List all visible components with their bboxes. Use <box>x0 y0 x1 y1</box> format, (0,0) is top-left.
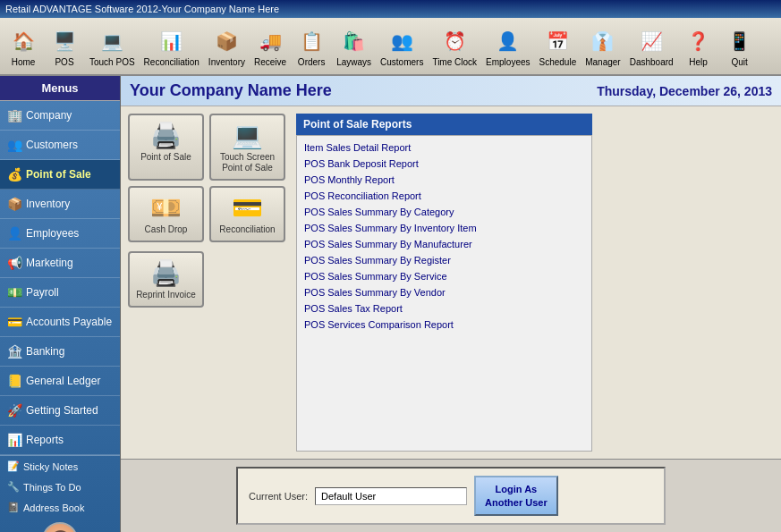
toolbar-item-pos[interactable]: 🖥️ POS <box>45 23 84 69</box>
toolbar-item-receive[interactable]: 🚚 Receive <box>250 23 290 69</box>
cashdrop-button[interactable]: 💴 Cash Drop <box>128 186 204 242</box>
login-button[interactable]: Login AsAnother User <box>474 476 558 516</box>
toolbar-item-touchpos[interactable]: 💻 Touch POS <box>86 23 139 69</box>
report-item-9[interactable]: POS Sales Summary By Vendor <box>297 284 591 300</box>
setup-panel <box>599 114 774 452</box>
home-toolbar-icon: 🏠 <box>7 25 39 57</box>
toolbar-item-customers[interactable]: 👥 Customers <box>377 23 427 69</box>
pointofsale-sidebar-label: Point of Sale <box>26 168 91 181</box>
orders-toolbar-label: Orders <box>298 57 326 67</box>
sidebar-bottom: 📝 Sticky Notes 🔧 Things To Do 📓 Address … <box>0 455 120 532</box>
icon-row-1: 🖨️ Point of Sale 💻 Touch Screen Point of… <box>128 114 289 181</box>
cashdrop-label: Cash Drop <box>135 224 197 235</box>
toolbar-item-timeclock[interactable]: ⏰ Time Clock <box>429 23 480 69</box>
pos-button[interactable]: 🖨️ Point of Sale <box>128 114 204 181</box>
toolbar-item-help[interactable]: ❓ Help <box>679 23 718 69</box>
toolbar-item-home[interactable]: 🏠 Home <box>4 23 43 69</box>
timeclock-toolbar-label: Time Clock <box>432 57 477 67</box>
reprint-button[interactable]: 🖨️ Reprint Invoice <box>128 251 204 308</box>
receive-toolbar-icon: 🚚 <box>254 25 286 57</box>
customers-sidebar-icon: 👥 <box>7 138 22 152</box>
toolbar-item-manager[interactable]: 👔 Manager <box>582 23 624 69</box>
stickynotes-bottom-icon: 📝 <box>7 460 20 472</box>
reconciliation-label: Reconciliation <box>216 224 278 235</box>
icon-row-2: 💴 Cash Drop 💳 Reconciliation <box>128 186 289 242</box>
inventory-sidebar-label: Inventory <box>26 198 70 210</box>
sidebar-item-employees[interactable]: 👤 Employees <box>0 219 120 249</box>
layways-toolbar-icon: 🛍️ <box>338 25 370 57</box>
toolbar-item-layways[interactable]: 🛍️ Layways <box>333 23 375 69</box>
toolbar-item-schedule[interactable]: 📅 Schedule <box>536 23 581 69</box>
company-sidebar-icon: 🏢 <box>7 108 22 122</box>
employees-sidebar-label: Employees <box>26 227 79 240</box>
touchscreen-button[interactable]: 💻 Touch Screen Point of Sale <box>209 114 285 181</box>
sidebar-item-marketing[interactable]: 📢 Marketing <box>0 249 120 278</box>
sidebar-header: Menus <box>0 76 120 101</box>
touchscreen-label: Touch Screen Point of Sale <box>216 152 278 173</box>
sidebar-item-payroll[interactable]: 💵 Payroll <box>0 278 120 308</box>
report-item-4[interactable]: POS Sales Summary By Category <box>297 204 591 220</box>
report-item-1[interactable]: POS Bank Deposit Report <box>297 156 591 172</box>
report-item-11[interactable]: POS Services Comparison Report <box>297 317 591 333</box>
pos-icon: 🖨️ <box>135 121 197 150</box>
reconciliation-button[interactable]: 💳 Reconciliation <box>209 186 285 242</box>
sidebar-item-pointofsale[interactable]: 💰 Point of Sale <box>0 160 120 190</box>
reprint-icon: 🖨️ <box>135 258 197 288</box>
current-user-input[interactable] <box>315 487 467 505</box>
report-item-2[interactable]: POS Monthly Report <box>297 172 591 188</box>
content-header: Your Company Name Here Thursday, Decembe… <box>121 76 781 106</box>
cashdrop-icon: 💴 <box>135 193 197 223</box>
reprint-label: Reprint Invoice <box>135 290 197 300</box>
inventory-sidebar-icon: 📦 <box>7 197 22 211</box>
company-title: Your Company Name Here <box>130 81 332 100</box>
bottom-bar: Current User: Login AsAnother User <box>121 459 781 532</box>
todo-bottom-label: Things To Do <box>23 482 81 493</box>
report-item-0[interactable]: Item Sales Detail Report <box>297 139 591 156</box>
sidebar-item-banking[interactable]: 🏦 Banking <box>0 337 120 367</box>
support-avatar: 👩 <box>42 522 78 532</box>
stickynotes-bottom-label: Sticky Notes <box>23 461 78 472</box>
toolbar-item-orders[interactable]: 📋 Orders <box>292 23 331 69</box>
sidebar-bottom-item-addressbook[interactable]: 📓 Address Book <box>0 497 120 518</box>
sidebar-item-reports[interactable]: 📊 Reports <box>0 426 120 455</box>
touchpos-toolbar-icon: 💻 <box>96 25 128 57</box>
title-bar: Retail ADVANTAGE Software 2012-Your Comp… <box>0 0 781 18</box>
report-item-8[interactable]: POS Sales Summary By Service <box>297 268 591 284</box>
generalledger-sidebar-label: General Ledger <box>26 375 100 387</box>
report-item-6[interactable]: POS Sales Summary By Manufacturer <box>297 236 591 252</box>
generalledger-sidebar-icon: 📒 <box>7 374 22 388</box>
addressbook-bottom-label: Address Book <box>23 502 84 513</box>
toolbar-item-dashboard[interactable]: 📈 Dashboard <box>626 23 677 69</box>
pos-label: Point of Sale <box>135 152 197 163</box>
timeclock-toolbar-icon: ⏰ <box>438 25 471 57</box>
report-item-7[interactable]: POS Sales Summary By Register <box>297 252 591 268</box>
support-area[interactable]: 👩 Support <box>0 518 120 532</box>
toolbar-item-quit[interactable]: 📱 Quit <box>720 23 760 69</box>
toolbar-item-employees[interactable]: 👤 Employees <box>482 23 533 69</box>
customers-toolbar-label: Customers <box>380 57 423 67</box>
report-item-3[interactable]: POS Reconciliation Report <box>297 188 591 204</box>
sidebar-item-generalledger[interactable]: 📒 General Ledger <box>0 367 120 396</box>
sidebar-bottom-item-todo[interactable]: 🔧 Things To Do <box>0 477 120 497</box>
quit-toolbar-label: Quit <box>731 57 747 67</box>
report-item-10[interactable]: POS Sales Tax Report <box>297 300 591 317</box>
sidebar-item-customers[interactable]: 👥 Customers <box>0 131 120 160</box>
report-item-5[interactable]: POS Sales Summary By Inventory Item <box>297 220 591 236</box>
sidebar: Menus 🏢 Company 👥 Customers 💰 Point of S… <box>0 76 121 532</box>
banking-sidebar-icon: 🏦 <box>7 344 22 359</box>
sidebar-bottom-item-stickynotes[interactable]: 📝 Sticky Notes <box>0 456 120 477</box>
reconciliation-toolbar-icon: 📊 <box>156 25 188 57</box>
toolbar-item-inventory[interactable]: 📦 Inventory <box>205 23 249 69</box>
sidebar-item-inventory[interactable]: 📦 Inventory <box>0 190 120 219</box>
toolbar-item-reconciliation[interactable]: 📊 Reconciliation <box>140 23 203 69</box>
sidebar-item-gettingstarted[interactable]: 🚀 Getting Started <box>0 396 120 426</box>
title-text: Retail ADVANTAGE Software 2012-Your Comp… <box>5 4 279 14</box>
sidebar-item-accountspayable[interactable]: 💳 Accounts Payable <box>0 308 120 337</box>
quit-toolbar-icon: 📱 <box>724 25 756 57</box>
layways-toolbar-label: Layways <box>336 57 371 67</box>
sidebar-bottom-items: 📝 Sticky Notes 🔧 Things To Do 📓 Address … <box>0 456 120 518</box>
content-body: 🖨️ Point of Sale 💻 Touch Screen Point of… <box>121 106 781 459</box>
banking-sidebar-label: Banking <box>26 345 64 358</box>
sidebar-item-company[interactable]: 🏢 Company <box>0 101 120 131</box>
schedule-toolbar-label: Schedule <box>539 57 577 67</box>
